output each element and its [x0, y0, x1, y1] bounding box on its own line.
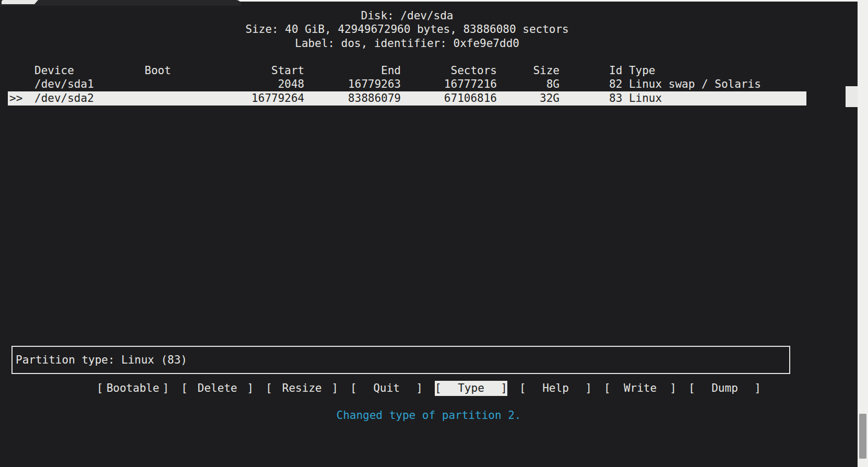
terminal-scrollbar-thumb[interactable]: [846, 86, 858, 107]
bracket-right: ]: [331, 381, 338, 396]
terminal-viewport: Disk: /dev/sda Size: 40 GiB, 42949672960…: [0, 0, 858, 467]
write-button[interactable]: [ Write ]: [604, 381, 676, 396]
background-tab-sliver[interactable]: [2, 0, 38, 4]
button-label: Dump: [695, 381, 755, 396]
cfdisk-menu: [ Bootable ] [ Delete ] [ Resize ] [ Qui…: [0, 381, 858, 396]
bracket-left: [: [181, 381, 188, 396]
bracket-right: ]: [501, 381, 507, 396]
size-header-line: Size: 40 GiB, 42949672960 bytes, 8388608…: [8, 22, 806, 37]
column-header-end: End: [304, 64, 401, 78]
partition-table-header: Device Boot Start End Sectors Size Id Ty…: [0, 64, 858, 78]
button-label: Bootable: [103, 381, 163, 396]
column-header-start: Start: [212, 64, 304, 78]
cell-device: /dev/sda1: [34, 77, 145, 91]
bracket-right: ]: [754, 381, 761, 396]
cell-end: 83886079: [304, 91, 401, 106]
cell-boot: [145, 91, 212, 106]
cell-boot: [145, 77, 212, 91]
bracket-left: [: [97, 381, 103, 396]
button-label: Quit: [357, 381, 417, 396]
cell-id-type: 82 Linux swap / Solaris: [560, 77, 761, 91]
bracket-left: [: [604, 381, 611, 396]
bootable-button[interactable]: [ Bootable ]: [97, 381, 169, 396]
button-label: Resize: [272, 381, 332, 396]
label-header-line: Label: dos, identifier: 0xfe9e7dd0: [8, 37, 806, 51]
disk-header-line: Disk: /dev/sda: [8, 9, 806, 23]
status-message: Changed type of partition 2.: [0, 408, 858, 423]
bracket-left: [: [266, 381, 272, 396]
cell-start: 2048: [212, 77, 304, 91]
partition-row-sda1[interactable]: /dev/sda1 2048 16779263 16777216 8G 82 L…: [0, 77, 858, 91]
delete-button[interactable]: [ Delete ]: [181, 381, 254, 396]
browser-scrollbar-thumb[interactable]: [859, 414, 866, 459]
cell-sectors: 67106816: [401, 91, 497, 106]
bracket-right: ]: [585, 381, 592, 396]
browser-scrollbar-track[interactable]: [858, 0, 868, 467]
bracket-left: [: [350, 381, 357, 396]
cfdisk-screen: Disk: /dev/sda Size: 40 GiB, 42949672960…: [0, 0, 868, 467]
bracket-left: [: [688, 381, 695, 396]
bracket-right: ]: [162, 381, 169, 396]
selection-marker: [0, 77, 34, 91]
help-button[interactable]: [ Help ]: [519, 381, 592, 396]
bracket-right: ]: [247, 381, 254, 396]
column-header-size: Size: [497, 64, 560, 78]
column-header-device: Device: [34, 64, 145, 78]
cell-size: 32G: [497, 91, 560, 106]
type-button-selected[interactable]: [ Type ]: [435, 381, 507, 396]
partition-info-box: Partition type: Linux (83): [11, 346, 790, 374]
dump-button[interactable]: [ Dump ]: [688, 381, 761, 396]
button-label: Help: [526, 381, 586, 396]
partition-type-text: Partition type: Linux (83): [16, 353, 187, 367]
column-header-boot: Boot: [145, 64, 212, 78]
bracket-right: ]: [416, 381, 423, 396]
column-header-sectors: Sectors: [401, 64, 497, 78]
cell-start: 16779264: [212, 91, 304, 106]
button-label: Type: [442, 381, 501, 396]
button-label: Write: [611, 381, 670, 396]
cell-sectors: 16777216: [401, 77, 497, 91]
partition-row-sda2-selected[interactable]: >> /dev/sda2 16779264 83886079 67106816 …: [0, 91, 858, 106]
bracket-left: [: [519, 381, 526, 396]
quit-button[interactable]: [ Quit ]: [350, 381, 423, 396]
bracket-right: ]: [670, 381, 676, 396]
cell-device: /dev/sda2: [34, 91, 145, 106]
bracket-left: [: [435, 381, 442, 396]
column-marker-spacer: [0, 64, 34, 78]
column-header-id-type: Id Type: [560, 64, 656, 78]
cell-id-type: 83 Linux: [560, 91, 662, 106]
button-label: Delete: [188, 381, 247, 396]
cell-end: 16779263: [304, 77, 401, 91]
window-top-edge: [234, 0, 858, 2]
selection-marker: >>: [0, 91, 34, 106]
cell-size: 8G: [497, 77, 560, 91]
resize-button[interactable]: [ Resize ]: [266, 381, 338, 396]
